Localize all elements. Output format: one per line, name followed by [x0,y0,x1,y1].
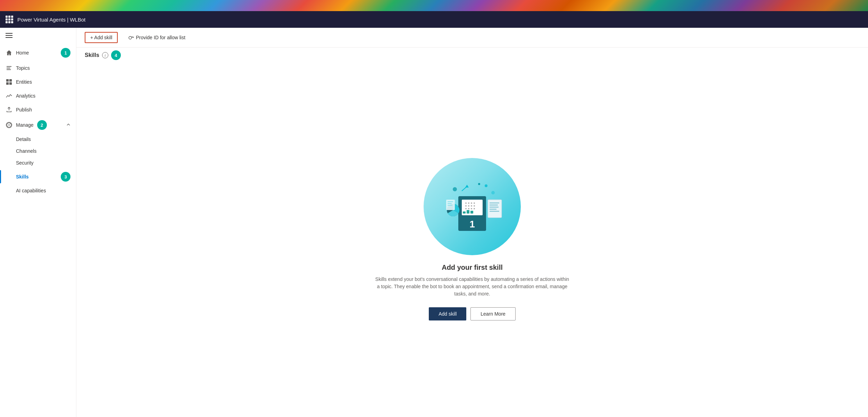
svg-point-39 [453,187,457,191]
skills-illustration-svg: 1 [434,168,510,245]
svg-rect-31 [470,211,473,214]
svg-point-42 [478,183,480,185]
sidebar-label-skills: Skills [16,174,29,180]
svg-point-24 [474,205,475,207]
sidebar-label-manage: Manage [16,122,34,128]
svg-rect-0 [6,33,12,34]
skills-illustration: 1 [424,158,521,255]
svg-point-19 [471,202,472,204]
sidebar-item-security[interactable]: Security [0,157,76,169]
svg-rect-4 [7,68,10,68]
svg-point-28 [474,208,475,209]
sidebar-label-publish: Publish [16,107,32,112]
home-icon [6,49,12,56]
svg-point-23 [471,205,472,207]
svg-point-21 [465,205,467,207]
svg-rect-3 [7,66,11,67]
main-content: + Add skill Provide ID for allow list Sk… [76,28,868,417]
svg-marker-45 [465,185,469,187]
sidebar-item-analytics[interactable]: Analytics [0,89,76,103]
sidebar-item-entities[interactable]: Entities [0,75,76,89]
svg-rect-8 [6,82,9,85]
svg-rect-9 [9,82,12,85]
badge-1: 1 [61,48,70,58]
svg-rect-30 [467,210,469,214]
learn-more-button[interactable]: Learn More [470,307,516,320]
svg-point-17 [465,202,467,204]
sidebar-item-ai-capabilities[interactable]: AI capabilities [0,185,76,197]
sidebar-label-security: Security [16,160,34,166]
svg-rect-37 [490,211,499,212]
key-icon [128,35,134,40]
sidebar-item-publish[interactable]: Publish [0,103,76,117]
chevron-up-icon [66,122,70,128]
sidebar-item-topics[interactable]: Topics [0,61,76,75]
svg-rect-34 [490,205,498,206]
sidebar-item-manage[interactable]: Manage 2 [0,117,76,133]
publish-icon [6,106,12,113]
svg-rect-7 [9,79,12,82]
svg-rect-35 [490,207,499,208]
top-banner [0,0,868,11]
add-skill-cta-button[interactable]: Add skill [429,307,466,320]
svg-rect-6 [6,79,9,82]
skills-info-icon[interactable]: i [102,52,108,58]
sidebar-item-home[interactable]: Home 1 [0,44,76,61]
skills-empty-desc: Skills extend your bot's conversational … [375,276,569,298]
skills-page-title: Skills [85,52,99,58]
svg-point-10 [8,124,10,126]
topics-icon [6,65,12,72]
svg-rect-48 [448,203,452,204]
svg-point-18 [468,202,469,204]
sidebar-item-skills[interactable]: Skills 3 [0,169,76,185]
sidebar-label-home: Home [16,50,29,56]
sidebar-label-entities: Entities [16,79,32,85]
apps-icon [6,16,13,23]
svg-text:1: 1 [469,219,475,230]
manage-icon [6,122,12,128]
provide-id-label: Provide ID for allow list [136,35,185,40]
badge-3: 3 [61,172,70,182]
svg-rect-47 [448,201,453,202]
svg-point-20 [474,202,475,204]
sidebar-item-channels[interactable]: Channels [0,145,76,157]
svg-rect-33 [490,202,499,203]
svg-point-11 [129,36,132,39]
svg-rect-29 [463,211,466,214]
badge-2: 2 [37,120,47,130]
sidebar-item-details[interactable]: Details [0,133,76,145]
app-bar: Power Virtual Agents | WLBot [0,11,868,28]
svg-point-26 [468,208,469,209]
svg-rect-36 [490,209,496,210]
svg-point-27 [471,208,472,209]
main-layout: Home 1 Topics Entities Analytics [0,28,868,417]
svg-rect-1 [6,35,12,36]
sidebar-label-ai-capabilities: AI capabilities [16,188,46,193]
skills-empty-title: Add your first skill [442,264,503,272]
sidebar-label-analytics: Analytics [16,93,35,99]
svg-rect-2 [6,37,12,38]
provide-id-button[interactable]: Provide ID for allow list [123,33,190,42]
skills-empty-state: 1 [76,61,868,417]
entities-icon [6,78,12,85]
badge-4: 4 [111,50,121,60]
svg-point-25 [465,208,467,209]
svg-rect-49 [448,205,452,206]
toolbar: + Add skill Provide ID for allow list [76,28,868,48]
svg-point-40 [485,184,487,187]
svg-point-41 [491,191,495,194]
analytics-icon [6,92,12,99]
svg-point-22 [468,205,469,207]
svg-rect-5 [7,69,11,70]
sidebar-label-channels: Channels [16,148,36,154]
sidebar-label-topics: Topics [16,65,30,71]
add-skill-toolbar-button[interactable]: + Add skill [85,32,118,43]
app-bar-title: Power Virtual Agents | WLBot [17,17,85,23]
sidebar-toggle-button[interactable] [0,28,76,44]
skills-cta-row: Add skill Learn More [429,307,516,320]
sidebar: Home 1 Topics Entities Analytics [0,28,76,417]
sidebar-label-details: Details [16,136,31,142]
skills-header: Skills i 4 [76,48,868,61]
